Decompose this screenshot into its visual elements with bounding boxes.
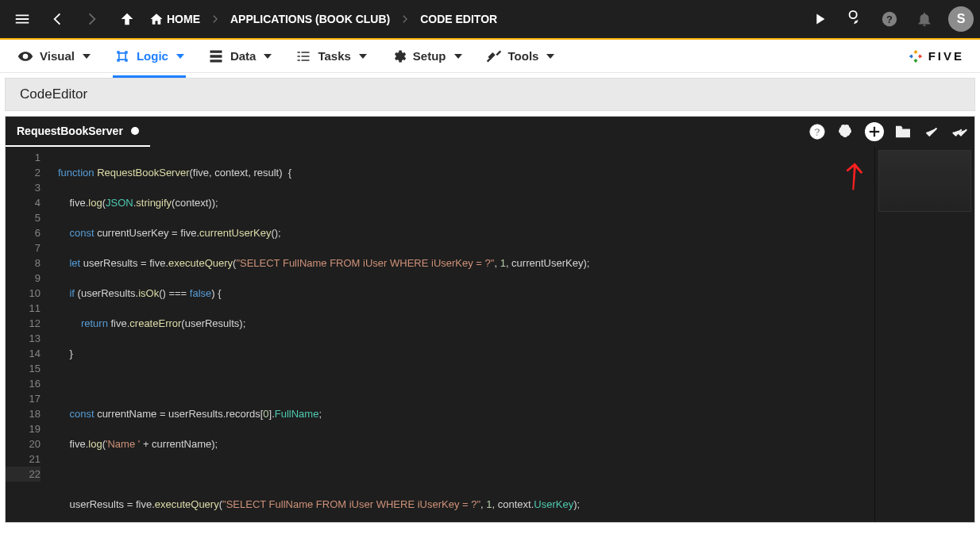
breadcrumb-applications[interactable]: APPLICATIONS (BOOK CLUB)	[227, 13, 393, 25]
home-icon	[149, 12, 164, 26]
logic-icon	[114, 48, 130, 64]
code-editor: RequestBookServer ? 12345678910111213141…	[5, 116, 975, 523]
minimap[interactable]	[874, 147, 974, 522]
tab-label: RequestBookServer	[17, 125, 123, 137]
check-icon[interactable]	[917, 117, 946, 146]
menu-data[interactable]: Data	[206, 42, 274, 71]
code-area[interactable]: function RequestBookServer(five, context…	[48, 147, 874, 522]
menu-tasks[interactable]: Tasks	[294, 42, 368, 71]
breadcrumb-sep-icon	[206, 13, 224, 25]
dirty-indicator-icon	[131, 127, 139, 135]
menu-tools[interactable]: Tools	[484, 42, 557, 71]
tasks-icon	[295, 48, 311, 64]
breadcrumb-home[interactable]: HOME	[146, 12, 203, 26]
brand-logo: FIVE	[908, 48, 964, 64]
back-icon[interactable]	[41, 3, 73, 35]
up-icon[interactable]	[111, 3, 143, 35]
menu-setup[interactable]: Setup	[389, 42, 464, 71]
tools-icon	[486, 48, 502, 64]
breadcrumb-codeeditor[interactable]: CODE EDITOR	[417, 13, 500, 25]
breadcrumb-home-label: HOME	[167, 13, 200, 25]
svg-text:?: ?	[814, 126, 820, 138]
eye-icon	[17, 48, 33, 64]
menu-logic[interactable]: Logic	[113, 42, 186, 71]
chevron-down-icon	[454, 54, 462, 59]
editor-tab[interactable]: RequestBookServer	[6, 117, 150, 147]
avatar[interactable]: S	[948, 6, 974, 32]
menu-visual[interactable]: Visual	[16, 42, 92, 71]
page-title: CodeEditor	[5, 78, 975, 111]
editor-body[interactable]: 12345678910111213141516171819202122 func…	[6, 147, 974, 522]
svg-text:?: ?	[886, 13, 893, 25]
chevron-down-icon	[546, 54, 554, 59]
editor-help-icon[interactable]: ?	[803, 117, 831, 146]
play-icon[interactable]	[804, 3, 835, 35]
chevron-down-icon	[359, 54, 367, 59]
help-icon[interactable]: ?	[874, 3, 905, 35]
bell-icon[interactable]	[909, 3, 940, 35]
line-gutter: 12345678910111213141516171819202122	[6, 147, 48, 522]
breadcrumb-sep-icon	[396, 13, 414, 25]
open-folder-icon[interactable]	[889, 117, 917, 146]
menu-icon[interactable]	[6, 3, 38, 35]
brain-icon[interactable]	[831, 117, 860, 146]
double-check-icon[interactable]	[946, 117, 974, 146]
logo-icon	[908, 48, 924, 64]
chevron-down-icon	[264, 54, 272, 59]
data-icon	[208, 48, 224, 64]
search-icon[interactable]	[839, 3, 870, 35]
minimap-viewport	[878, 150, 971, 212]
topbar: HOME APPLICATIONS (BOOK CLUB) CODE EDITO…	[0, 0, 980, 38]
editor-header: RequestBookServer ?	[6, 117, 974, 147]
gear-icon	[391, 48, 407, 64]
forward-icon	[76, 3, 108, 35]
menubar: Visual Logic Data Tasks Setup Tools FIVE	[0, 40, 980, 73]
add-button[interactable]	[865, 122, 884, 141]
chevron-down-icon	[176, 54, 184, 59]
chevron-down-icon	[83, 54, 91, 59]
